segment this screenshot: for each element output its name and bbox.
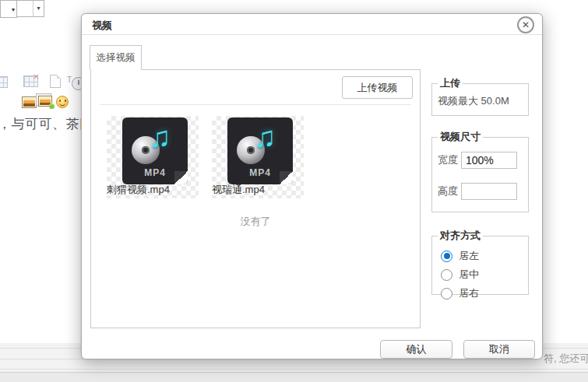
screen: al ▾ X2 A T ▾ ，与可可、茶同 符, 您还可以 视频 — [0, 0, 588, 382]
size-legend: 视频尺寸 — [438, 130, 483, 144]
editor-rule — [0, 369, 588, 370]
close-button[interactable]: ✕ — [517, 16, 534, 33]
chevron-down-icon[interactable]: ▾ — [33, 1, 44, 16]
radio-icon[interactable] — [441, 288, 452, 300]
size-fieldset: 视频尺寸 宽度 高度 — [431, 130, 529, 212]
music-note-icon: ♫ — [149, 122, 171, 152]
mp4-badge: MP4 — [122, 167, 188, 178]
video-filename: 视瑞通.mp4 — [212, 183, 304, 197]
radio-icon[interactable] — [441, 251, 452, 262]
dialog-titlebar: 视频 ✕ — [82, 14, 542, 35]
emoji-icon[interactable] — [56, 96, 69, 108]
radio-align-left[interactable]: 居左 — [441, 249, 523, 263]
radio-align-center[interactable]: 居中 — [441, 268, 523, 282]
width-label: 宽度 — [438, 153, 461, 167]
width-input[interactable] — [461, 152, 517, 169]
radio-icon[interactable] — [441, 269, 452, 281]
mp4-badge: MP4 — [227, 167, 293, 178]
color-select[interactable]: ▾ — [0, 0, 17, 18]
close-icon: ✕ — [522, 19, 530, 30]
radio-label: 居中 — [459, 268, 479, 282]
align-legend: 对齐方式 — [438, 229, 483, 243]
new-page-icon[interactable] — [50, 75, 61, 88]
upload-max-hint: 视频最大 50.0M — [438, 94, 523, 108]
mp4-file-icon: ♫ MP4 — [227, 117, 293, 184]
upload-video-button[interactable]: 上传视频 — [342, 76, 413, 99]
word-count-text: 符, 您还可以 — [544, 352, 588, 366]
upload-fieldset: 上传 视频最大 50.0M — [431, 76, 529, 116]
video-item[interactable]: ♫ MP4 视瑞通.mp4 — [212, 116, 304, 198]
align-fieldset: 对齐方式 居左 居中 居右 — [431, 229, 529, 295]
radio-label: 居左 — [459, 249, 479, 263]
tab-select-video[interactable]: 选择视频 — [90, 45, 142, 70]
editor-paragraph-text: ，与可可、茶同 — [0, 115, 93, 133]
video-list: ♫ MP4 刺猬视频.mp4 ♫ MP4 视瑞通.mp4 — [107, 116, 304, 198]
confirm-button[interactable]: 确认 — [380, 340, 452, 359]
mp4-file-icon: ♫ MP4 — [122, 117, 188, 184]
dialog-title: 视频 — [92, 19, 112, 33]
chevron-down-icon[interactable]: ▾ — [12, 6, 15, 13]
radio-label: 居右 — [459, 286, 479, 300]
no-more-text: 没有了 — [91, 215, 420, 229]
image-icon[interactable] — [22, 96, 37, 108]
radio-align-right[interactable]: 居右 — [441, 286, 523, 300]
music-note-icon: ♫ — [254, 122, 276, 152]
cancel-button[interactable]: 取消 — [463, 340, 535, 359]
video-item[interactable]: ♫ MP4 刺猬视频.mp4 — [107, 116, 199, 198]
upload-legend: 上传 — [438, 76, 463, 90]
panel-divider — [100, 104, 411, 105]
height-input[interactable] — [461, 183, 517, 200]
video-dialog: 视频 ✕ 选择视频 上传视频 ♫ MP4 刺猬视频.mp4 — [81, 13, 543, 359]
video-filename: 刺猬视频.mp4 — [107, 183, 199, 197]
editor-bottom-bar — [0, 372, 588, 382]
photos-icon[interactable] — [38, 96, 52, 107]
height-label: 高度 — [438, 184, 461, 198]
video-panel: 上传视频 ♫ MP4 刺猬视频.mp4 ♫ MP4 — [90, 69, 421, 328]
delete-table-icon[interactable] — [23, 75, 38, 87]
table-icon[interactable] — [0, 76, 8, 88]
